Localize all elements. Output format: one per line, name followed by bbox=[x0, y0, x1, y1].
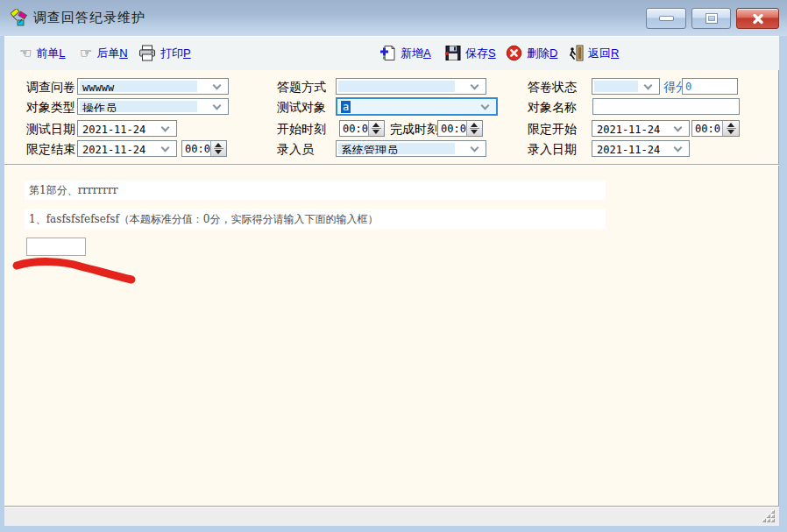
spinner-up-down-buttons[interactable] bbox=[368, 121, 384, 136]
spinner-up-down-buttons[interactable] bbox=[210, 141, 226, 156]
chevron-down-icon bbox=[471, 144, 479, 153]
object-name-input[interactable] bbox=[592, 98, 740, 115]
return-hotkey: R bbox=[611, 46, 619, 60]
window-body: ☜ 前单L ☞ 后单N 打印P 新增A bbox=[4, 36, 779, 526]
resize-grip[interactable] bbox=[762, 509, 775, 522]
spin-down-icon bbox=[471, 130, 478, 134]
survey-combo-value: wwwww bbox=[80, 81, 197, 92]
finish-time-value: 00:0 bbox=[438, 121, 466, 136]
next-record-label: 后单 bbox=[96, 46, 119, 60]
new-label: 新增 bbox=[401, 46, 423, 60]
minimize-icon bbox=[660, 17, 673, 20]
spin-separator bbox=[214, 148, 223, 149]
spinner-up-down-buttons[interactable] bbox=[466, 121, 482, 136]
hand-point-right-icon: ☞ bbox=[80, 46, 92, 60]
limit-start-date-value: 2021-11-24 bbox=[594, 123, 664, 134]
print-button[interactable]: 打印P bbox=[138, 43, 191, 63]
sheet-status-label: 答卷状态 bbox=[528, 80, 577, 96]
test-object-combo-value: a bbox=[341, 101, 351, 113]
score-input[interactable] bbox=[682, 78, 738, 95]
sheet-status-combo[interactable] bbox=[592, 78, 660, 95]
test-date-combo[interactable]: 2021-11-24 bbox=[77, 120, 177, 137]
start-time-value: 00:0 bbox=[340, 121, 368, 136]
answer-score-input[interactable] bbox=[26, 238, 86, 256]
test-date-combo-value: 2021-11-24 bbox=[80, 123, 152, 134]
printer-icon bbox=[138, 45, 156, 61]
entry-user-combo[interactable]: 系统管理员 bbox=[336, 140, 486, 157]
spin-separator bbox=[470, 128, 479, 129]
limit-end-label: 限定结束 bbox=[26, 142, 75, 158]
answer-mode-combo[interactable] bbox=[336, 78, 486, 95]
limit-start-time-value: 00:0 bbox=[692, 121, 722, 136]
close-button[interactable] bbox=[736, 8, 779, 29]
previous-record-label: 前单 bbox=[36, 46, 59, 60]
delete-icon bbox=[506, 45, 522, 61]
limit-start-date-combo[interactable]: 2021-11-24 bbox=[592, 120, 690, 137]
finish-time-spinner[interactable]: 00:0 bbox=[437, 120, 483, 137]
spinner-up-down-buttons[interactable] bbox=[722, 121, 739, 136]
spin-up-icon bbox=[471, 123, 478, 127]
spin-up-icon bbox=[372, 123, 379, 127]
red-scribble-annotation bbox=[9, 252, 145, 289]
spin-up-icon bbox=[215, 143, 222, 147]
chevron-down-icon bbox=[161, 144, 170, 153]
object-type-combo-value: 操作员 bbox=[80, 101, 197, 112]
hand-point-left-icon: ☜ bbox=[19, 46, 32, 60]
object-name-label: 对象名称 bbox=[528, 100, 577, 116]
start-time-label: 开始时刻 bbox=[277, 122, 326, 138]
section-title: 第1部分、rrrrrrrr bbox=[25, 181, 606, 200]
spin-up-icon bbox=[727, 123, 734, 127]
entry-user-combo-value: 系统管理员 bbox=[338, 143, 455, 154]
save-label: 保存 bbox=[465, 46, 488, 60]
status-bar bbox=[4, 506, 779, 526]
chevron-down-icon bbox=[644, 82, 653, 90]
limit-end-date-value: 2021-11-24 bbox=[80, 143, 152, 154]
limit-start-label: 限定开始 bbox=[528, 122, 577, 138]
spin-down-icon bbox=[727, 130, 734, 134]
test-object-label: 测试对象 bbox=[277, 100, 326, 116]
return-icon bbox=[567, 45, 584, 61]
limit-end-date-combo[interactable]: 2021-11-24 bbox=[77, 140, 177, 157]
finish-time-label: 完成时刻 bbox=[390, 122, 439, 138]
entry-date-value: 2021-11-24 bbox=[594, 143, 664, 154]
delete-button[interactable]: 删除D bbox=[506, 43, 557, 63]
test-object-combo[interactable]: a bbox=[336, 97, 498, 116]
limit-end-time-spinner[interactable]: 00:0 bbox=[181, 140, 227, 157]
new-record-icon bbox=[379, 45, 396, 61]
save-hotkey: S bbox=[488, 46, 496, 60]
new-hotkey: A bbox=[423, 46, 431, 60]
chevron-down-icon bbox=[213, 102, 222, 110]
return-label: 返回 bbox=[588, 46, 611, 60]
maximize-button[interactable] bbox=[691, 8, 731, 29]
previous-record-button[interactable]: ☜ 前单L bbox=[19, 43, 66, 63]
limit-start-time-spinner[interactable]: 00:0 bbox=[691, 120, 740, 137]
answer-mode-label: 答题方式 bbox=[277, 80, 326, 96]
spin-down-icon bbox=[372, 130, 379, 134]
limit-end-time-value: 00:0 bbox=[182, 141, 210, 156]
return-button[interactable]: 返回R bbox=[567, 43, 619, 63]
spin-separator bbox=[727, 128, 736, 129]
minimize-button[interactable] bbox=[646, 8, 686, 29]
spin-down-icon bbox=[215, 150, 222, 154]
chevron-down-icon bbox=[481, 102, 490, 110]
chevron-down-icon bbox=[674, 144, 683, 153]
survey-combo[interactable]: wwwww bbox=[77, 78, 229, 95]
close-icon bbox=[751, 13, 765, 25]
object-type-combo[interactable]: 操作员 bbox=[77, 98, 229, 115]
chevron-down-icon bbox=[471, 82, 479, 90]
sheet-status-combo-value bbox=[594, 81, 638, 92]
answer-mode-combo-value bbox=[338, 81, 455, 92]
entry-user-label: 录入员 bbox=[277, 142, 314, 158]
title-bar: 调查回答纪录维护 bbox=[0, 0, 787, 36]
chevron-down-icon bbox=[674, 124, 683, 132]
window-title: 调查回答纪录维护 bbox=[33, 10, 145, 26]
new-button[interactable]: 新增A bbox=[379, 43, 431, 63]
section-title-strip: 第1部分、rrrrrrrr bbox=[25, 181, 606, 200]
start-time-spinner[interactable]: 00:0 bbox=[339, 120, 385, 137]
entry-date-combo[interactable]: 2021-11-24 bbox=[592, 140, 690, 157]
save-button[interactable]: 保存S bbox=[444, 43, 496, 63]
next-record-button[interactable]: ☞ 后单N bbox=[80, 43, 128, 63]
toolbar: ☜ 前单L ☞ 后单N 打印P 新增A bbox=[4, 36, 779, 70]
maximize-icon bbox=[706, 14, 717, 23]
next-record-hotkey: N bbox=[119, 46, 127, 60]
